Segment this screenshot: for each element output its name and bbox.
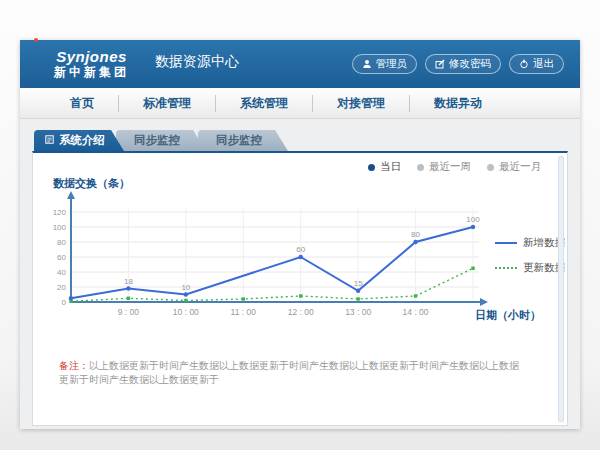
- svg-text:0: 0: [62, 298, 67, 307]
- svg-text:13 : 00: 13 : 00: [345, 307, 371, 317]
- svg-text:18: 18: [124, 277, 133, 286]
- nav-item-interface-mgmt[interactable]: 对接管理: [312, 95, 409, 112]
- svg-text:10 : 00: 10 : 00: [173, 307, 199, 317]
- admin-button-label: 管理员: [376, 57, 408, 71]
- filter-label: 最近一周: [429, 160, 471, 174]
- svg-text:20: 20: [57, 283, 66, 292]
- tab-sync-monitor-2[interactable]: 同步监控: [198, 130, 288, 151]
- document-tab-icon: [45, 130, 54, 151]
- panel-scrollbar[interactable]: [558, 156, 564, 422]
- chart-x-axis-title: 日期（小时）: [475, 308, 541, 323]
- nav-item-home[interactable]: 首页: [46, 95, 118, 112]
- svg-text:10: 10: [181, 283, 190, 292]
- svg-text:120: 120: [53, 208, 67, 217]
- content-panel: 当日 最近一周 最近一月 数据交换（条） 0204060801001209 : …: [32, 151, 568, 426]
- tab-sync-monitor-1[interactable]: 同步监控: [116, 130, 206, 151]
- logo-company-name: 新中新集团: [54, 66, 129, 80]
- app-header: Synjones 新中新集团 数据资源中心 管理员 修改密码: [20, 40, 580, 88]
- radio-dot-icon: [368, 164, 375, 171]
- page-title: 数据资源中心: [155, 53, 239, 71]
- svg-text:9 : 00: 9 : 00: [118, 307, 140, 317]
- nav-item-system-mgmt[interactable]: 系统管理: [215, 95, 312, 112]
- line-chart: 0204060801001209 : 0010 : 0011 : 0012 : …: [43, 189, 513, 349]
- logo-text: Synjones: [56, 48, 127, 65]
- tab-label: 同步监控: [134, 130, 180, 151]
- time-range-filters: 当日 最近一周 最近一月: [368, 160, 541, 174]
- tab-label: 同步监控: [216, 130, 262, 151]
- filter-last-month[interactable]: 最近一月: [487, 160, 541, 174]
- footnote: 备注：以上数据更新于时间产生数据以上数据更新于时间产生数据以上数据更新于时间产生…: [59, 359, 521, 387]
- admin-button[interactable]: 管理员: [352, 54, 418, 74]
- svg-text:11 : 00: 11 : 00: [231, 307, 257, 317]
- user-icon: [362, 59, 372, 69]
- legend-item-new-data[interactable]: 新增数据: [495, 236, 565, 250]
- svg-text:14 : 00: 14 : 00: [403, 307, 429, 317]
- svg-text:100: 100: [466, 215, 480, 224]
- edit-pencil-icon: [435, 59, 445, 69]
- svg-text:80: 80: [411, 230, 420, 239]
- svg-text:12 : 00: 12 : 00: [288, 307, 314, 317]
- filter-today[interactable]: 当日: [368, 160, 401, 174]
- green-dotted-line-sample-icon: [495, 267, 517, 269]
- change-password-button[interactable]: 修改密码: [425, 54, 501, 74]
- filter-label: 最近一月: [499, 160, 541, 174]
- filter-last-week[interactable]: 最近一周: [417, 160, 471, 174]
- change-password-button-label: 修改密码: [449, 57, 491, 71]
- radio-dot-icon: [487, 164, 494, 171]
- footnote-text: 以上数据更新于时间产生数据以上数据更新于时间产生数据以上数据更新于时间产生数据以…: [59, 360, 519, 385]
- footnote-prefix: 备注：: [59, 360, 89, 371]
- tab-system-intro[interactable]: 系统介绍: [34, 130, 124, 151]
- svg-text:80: 80: [57, 238, 66, 247]
- header-actions: 管理员 修改密码 退出: [352, 54, 565, 74]
- app-window: Synjones 新中新集团 数据资源中心 管理员 修改密码: [20, 40, 580, 429]
- radio-dot-icon: [417, 164, 424, 171]
- tab-label: 系统介绍: [59, 130, 105, 151]
- nav-item-data-changes[interactable]: 数据异动: [409, 95, 506, 112]
- legend-item-updated-data[interactable]: 更新数据: [495, 261, 565, 275]
- main-nav: 首页 标准管理 系统管理 对接管理 数据异动: [20, 88, 580, 119]
- blue-line-sample-icon: [495, 242, 517, 244]
- page-background: Synjones 新中新集团 数据资源中心 管理员 修改密码: [0, 0, 600, 450]
- logout-button[interactable]: 退出: [509, 54, 564, 74]
- logout-button-label: 退出: [533, 57, 554, 71]
- svg-text:100: 100: [53, 223, 67, 232]
- svg-text:60: 60: [296, 245, 305, 254]
- tab-strip: 系统介绍 同步监控 同步监控: [34, 130, 580, 151]
- svg-text:40: 40: [57, 268, 66, 277]
- filter-label: 当日: [380, 160, 401, 174]
- svg-text:15: 15: [354, 279, 363, 288]
- power-logout-icon: [519, 59, 529, 69]
- nav-item-standard-mgmt[interactable]: 标准管理: [118, 95, 215, 112]
- chart-legend: 新增数据 更新数据: [495, 236, 565, 286]
- svg-text:60: 60: [57, 253, 66, 262]
- logo-accent-dot: [34, 38, 38, 42]
- company-logo: Synjones 新中新集团: [54, 48, 129, 80]
